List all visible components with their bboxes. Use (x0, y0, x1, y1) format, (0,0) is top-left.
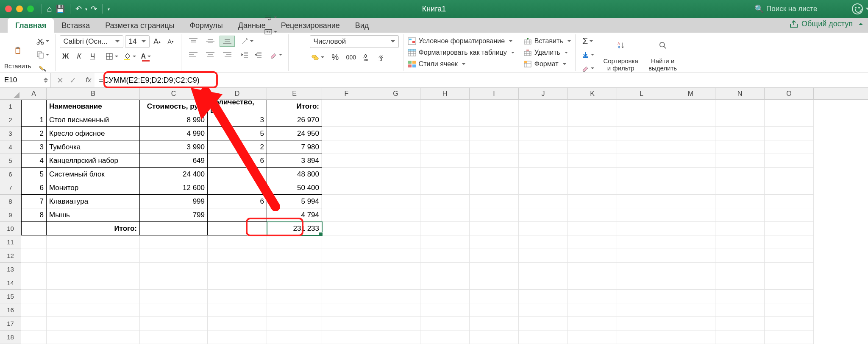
cell-H2[interactable] (420, 113, 470, 127)
row-header-2[interactable]: 2 (0, 113, 21, 127)
cell-N12[interactable] (715, 249, 765, 263)
cell-J6[interactable] (519, 168, 568, 181)
cell-N2[interactable] (715, 113, 765, 127)
col-header-A[interactable]: A (21, 88, 47, 99)
cell-O13[interactable] (765, 263, 814, 276)
cell-A1[interactable] (21, 100, 47, 113)
align-top-button[interactable] (186, 36, 201, 47)
cell-J16[interactable] (519, 303, 568, 317)
cell-G2[interactable] (371, 113, 420, 127)
cell-F9[interactable] (322, 208, 371, 222)
cell-C5[interactable]: 649 (140, 154, 208, 168)
cell-G18[interactable] (371, 330, 420, 344)
cell-styles-button[interactable]: Стили ячеек (408, 59, 515, 70)
cell-J4[interactable] (519, 140, 568, 154)
cell-E12[interactable] (267, 249, 322, 263)
cell-F16[interactable] (322, 303, 371, 317)
cell-E16[interactable] (267, 303, 322, 317)
cell-M1[interactable] (666, 100, 715, 113)
cell-F15[interactable] (322, 290, 371, 303)
cell-I15[interactable] (470, 290, 519, 303)
cell-D10[interactable] (208, 222, 267, 235)
col-header-B[interactable]: B (47, 88, 140, 99)
cell-I7[interactable] (470, 181, 519, 195)
cell-B10[interactable]: Итого: (47, 222, 140, 235)
cell-C7[interactable]: 12 600 (140, 181, 208, 195)
cell-K16[interactable] (568, 303, 617, 317)
cancel-formula-button[interactable]: ✕ (57, 76, 64, 85)
cell-C1[interactable]: Стоимость, руб. (140, 100, 208, 113)
cell-O16[interactable] (765, 303, 814, 317)
cell-C6[interactable]: 24 400 (140, 168, 208, 181)
cell-I8[interactable] (470, 195, 519, 208)
cell-O3[interactable] (765, 127, 814, 140)
cell-J18[interactable] (519, 330, 568, 344)
cell-E7[interactable]: 50 400 (267, 181, 322, 195)
cell-B4[interactable]: Тумбочка (47, 140, 140, 154)
tab-page-layout[interactable]: Разметка страницы (97, 18, 182, 33)
cell-B9[interactable]: Мышь (47, 208, 140, 222)
col-header-L[interactable]: L (617, 88, 666, 99)
home-icon[interactable]: ⌂ (47, 4, 52, 14)
cell-K4[interactable] (568, 140, 617, 154)
cell-H5[interactable] (420, 154, 470, 168)
cell-K13[interactable] (568, 263, 617, 276)
col-header-H[interactable]: H (420, 88, 470, 99)
italic-button[interactable]: К (73, 50, 85, 62)
undo-icon[interactable]: ↶ (75, 4, 82, 14)
cell-J11[interactable] (519, 235, 568, 249)
cell-D8[interactable]: 6 (208, 195, 267, 208)
cell-I3[interactable] (470, 127, 519, 140)
clear-button[interactable] (580, 62, 596, 74)
orientation-button[interactable] (239, 35, 255, 47)
comma-button[interactable]: 000 (345, 51, 358, 63)
cell-I6[interactable] (470, 168, 519, 181)
row-header-18[interactable]: 18 (0, 330, 21, 344)
cell-C13[interactable] (140, 263, 208, 276)
cell-K10[interactable] (568, 222, 617, 235)
align-left-button[interactable] (186, 49, 201, 60)
cell-H17[interactable] (420, 317, 470, 330)
cell-N13[interactable] (715, 263, 765, 276)
tab-formulas[interactable]: Формулы (182, 18, 230, 33)
cell-D13[interactable] (208, 263, 267, 276)
cell-J5[interactable] (519, 154, 568, 168)
cell-I2[interactable] (470, 113, 519, 127)
fill-color-button[interactable] (122, 50, 138, 62)
sort-filter-button[interactable]: АЯ (611, 35, 631, 56)
cell-E1[interactable]: Итого: (267, 100, 322, 113)
cell-C17[interactable] (140, 317, 208, 330)
cell-M16[interactable] (666, 303, 715, 317)
cell-L1[interactable] (617, 100, 666, 113)
tab-view[interactable]: Вид (348, 18, 377, 33)
cell-H1[interactable] (420, 100, 470, 113)
underline-button[interactable]: Ч (87, 50, 99, 62)
name-box[interactable] (0, 73, 51, 87)
cell-L8[interactable] (617, 195, 666, 208)
cell-E4[interactable]: 7 980 (267, 140, 322, 154)
cell-I10[interactable] (470, 222, 519, 235)
row-header-7[interactable]: 7 (0, 181, 21, 195)
copy-button[interactable] (35, 49, 51, 61)
cell-A8[interactable]: 7 (21, 195, 47, 208)
cell-M7[interactable] (666, 181, 715, 195)
cell-A16[interactable] (21, 303, 47, 317)
cell-O4[interactable] (765, 140, 814, 154)
cell-L9[interactable] (617, 208, 666, 222)
cell-C12[interactable] (140, 249, 208, 263)
cell-L6[interactable] (617, 168, 666, 181)
increase-font-button[interactable]: A▴ (151, 36, 163, 48)
row-header-13[interactable]: 13 (0, 263, 21, 276)
cell-A17[interactable] (21, 317, 47, 330)
row-header-3[interactable]: 3 (0, 127, 21, 140)
cell-K12[interactable] (568, 249, 617, 263)
cell-E10[interactable]: 231 233 (267, 222, 322, 235)
decrease-decimal-button[interactable]: ,00,0 (376, 51, 388, 63)
decrease-font-button[interactable]: A▾ (165, 36, 177, 48)
cell-E18[interactable] (267, 330, 322, 344)
cell-D11[interactable] (208, 235, 267, 249)
cell-K11[interactable] (568, 235, 617, 249)
cell-C4[interactable]: 3 990 (140, 140, 208, 154)
cell-I16[interactable] (470, 303, 519, 317)
cell-F11[interactable] (322, 235, 371, 249)
